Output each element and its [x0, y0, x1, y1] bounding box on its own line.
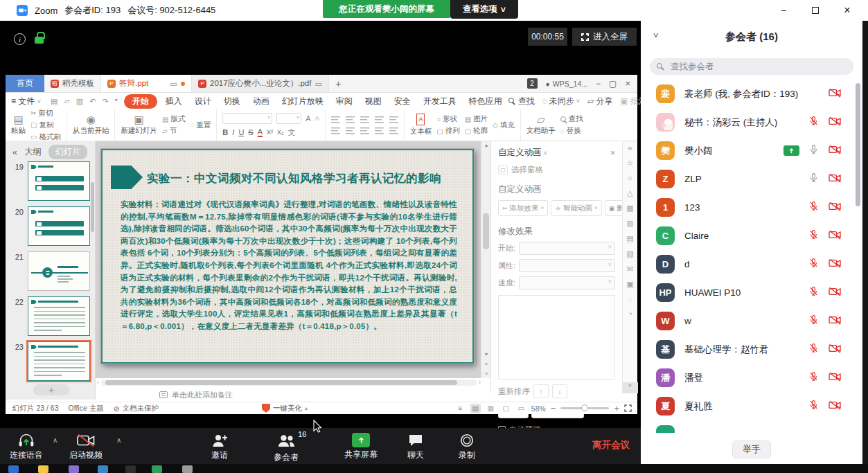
picture-button[interactable]: ▤图片 — [465, 114, 488, 124]
find-button[interactable]: 查找 — [560, 114, 583, 124]
sound-icon[interactable]: ◌ — [628, 295, 632, 303]
columns-button[interactable] — [389, 127, 398, 134]
participant-search-box[interactable] — [650, 58, 853, 75]
image-icon[interactable]: ▣ — [626, 280, 633, 289]
participant-row[interactable]: ZZLP — [641, 165, 862, 193]
textbox-button[interactable]: A文本框 — [410, 114, 432, 136]
menu-tab-开发工具[interactable]: 开发工具 — [417, 94, 463, 109]
participant-row[interactable]: 秘书：汤彩云 (主持人) — [641, 108, 862, 136]
participant-row[interactable]: 裴裴老师 (我, 参会者ID：193) — [641, 80, 862, 108]
scroll-down-icon[interactable]: ▾ — [481, 351, 491, 357]
canvas-vertical-scrollbar[interactable]: ▴ ▾ « » — [481, 141, 490, 378]
wps-account-badge[interactable]: ●WPS_14... — [546, 80, 588, 88]
bold-button[interactable]: B — [222, 128, 228, 136]
underline-button[interactable]: U — [238, 128, 244, 136]
menu-tab-开始[interactable]: 开始 — [124, 94, 157, 109]
mail-icon[interactable]: ✉ — [627, 265, 633, 274]
replace-button[interactable]: ◌替换 — [560, 126, 583, 136]
participant-row[interactable]: CClaire — [641, 222, 862, 250]
taskbar-app-7[interactable] — [182, 465, 193, 473]
italic-button[interactable]: I — [232, 128, 234, 136]
cut-button[interactable]: ✂剪切 — [30, 109, 61, 118]
paste-button[interactable]: ▤粘贴 — [11, 114, 26, 136]
increase-indent-button[interactable] — [375, 116, 384, 123]
document-count-badge[interactable]: 2 — [527, 78, 538, 89]
wps-minimize-icon[interactable]: − — [596, 79, 601, 89]
taskbar-app-1[interactable] — [8, 465, 19, 473]
chevron-down-icon[interactable]: ˅ — [544, 150, 547, 157]
selection-pane-icon[interactable]: ≡ — [628, 144, 632, 152]
zoom-slider-knob[interactable] — [581, 404, 588, 411]
fill-button[interactable]: ◇填充 — [493, 121, 515, 130]
zoom-slider[interactable] — [560, 407, 609, 409]
justify-button[interactable] — [375, 127, 384, 134]
menu-tab-动画[interactable]: 动画 — [247, 94, 276, 109]
export-icon[interactable]: ▧ — [626, 249, 633, 258]
close-panel-icon[interactable]: × — [610, 148, 615, 158]
sync-status-button[interactable]: ◌未同步˅ — [542, 96, 580, 107]
doc-assistant-button[interactable]: ▱文档助手 — [526, 114, 556, 136]
line-spacing-button[interactable] — [389, 116, 398, 123]
collapse-panel-chevron-icon[interactable]: ˅ — [653, 30, 659, 41]
video-options-chevron[interactable]: ∧ — [116, 436, 121, 444]
taskbar-app-2[interactable] — [38, 465, 48, 473]
bullet-list-button[interactable] — [331, 116, 340, 123]
menu-tab-特色应用[interactable]: 特色应用 — [463, 94, 508, 109]
slide-notes-bar[interactable]: 单击此处添加备注 — [96, 388, 484, 402]
align-right-button[interactable] — [360, 127, 369, 134]
participant-search-input[interactable] — [669, 61, 829, 72]
wps-close-icon[interactable]: × — [625, 78, 630, 89]
taskbar-app-6[interactable] — [152, 465, 162, 473]
align-left-button[interactable] — [331, 127, 340, 134]
slide-thumbnail-20[interactable]: 20 — [6, 206, 96, 246]
subscript-button[interactable]: X₂ — [277, 129, 284, 136]
canvas-horizontal-scrollbar[interactable]: ‹ › — [97, 378, 481, 386]
one-key-beautify-button[interactable]: 一键美化 ▴ — [262, 404, 308, 413]
play-from-current-button[interactable]: ◉从当前开始 — [73, 114, 109, 136]
smart-beautify-icon[interactable]: ☆ — [627, 159, 634, 168]
menu-tab-幻灯片放映[interactable]: 幻灯片放映 — [276, 94, 330, 109]
participant-row[interactable]: 潘潘登 — [641, 364, 862, 392]
raise-hand-button[interactable]: 举手 — [732, 440, 771, 458]
align-center-button[interactable] — [346, 127, 355, 134]
timer-icon[interactable]: ◔ — [628, 310, 632, 318]
share-screen-button[interactable]: 共享屏幕 — [344, 433, 378, 461]
participant-row[interactable]: 夏夏礼胜 — [641, 392, 862, 420]
slide-body-text[interactable]: 实验材料：词语通过对《现代汉语频率词典》进行整理,对词语的笔画数、情绪性以及读音… — [121, 199, 457, 333]
slide-thumbnail-19[interactable]: 19 — [6, 161, 96, 201]
wps-pdf-tab[interactable]: P 2017应心樊小...业论文）.pdf ▭ — [192, 75, 329, 92]
reset-button[interactable]: ◌重置 — [190, 121, 211, 130]
font-color-button[interactable]: A — [258, 127, 263, 137]
increase-font-button[interactable]: A — [305, 114, 310, 123]
outline-tab[interactable]: 大纲 — [24, 146, 42, 158]
audio-options-chevron[interactable]: ∧ — [53, 436, 57, 444]
collapse-panel-icon[interactable]: « — [12, 148, 17, 157]
outline-button[interactable]: ▢轮廓 — [465, 126, 488, 136]
strikethrough-button[interactable]: S — [248, 128, 253, 136]
decrease-font-button[interactable]: A — [315, 115, 319, 122]
taskbar-app-4[interactable] — [98, 465, 108, 473]
slide-thumbnail-21[interactable]: 21 — [6, 251, 96, 291]
start-video-button[interactable]: 启动视频 — [69, 433, 103, 461]
menu-tab-审阅[interactable]: 审阅 — [330, 94, 359, 109]
enter-fullscreen-button[interactable]: 进入全屏 — [572, 28, 637, 46]
shapes-button[interactable]: ○形状 — [436, 114, 459, 124]
participant-row[interactable]: Ww — [641, 307, 862, 335]
current-slide[interactable]: 实验一：中文词频对不同认知风格学习者再认记忆的影响 实验材料：词语通过对《现代汉… — [101, 149, 474, 364]
numbered-list-button[interactable] — [346, 116, 355, 123]
char-spacing-button[interactable]: 文 — [288, 127, 296, 138]
more-icon[interactable]: ▾ — [115, 97, 118, 106]
previous-slide-icon[interactable]: « — [481, 361, 491, 367]
output-icon[interactable]: ▱ — [64, 97, 69, 106]
menu-tab-视图[interactable]: 视图 — [359, 94, 388, 109]
participant-row[interactable]: 1123 — [641, 193, 862, 222]
save-icon[interactable]: ▤ — [51, 97, 57, 106]
strip-collapse-button[interactable]: ˅ — [623, 382, 638, 393]
share-button[interactable]: ▱分享 — [587, 96, 612, 107]
arrange-button[interactable]: ▢排列 — [436, 126, 459, 136]
normal-view-icon[interactable]: ▤ — [470, 404, 481, 413]
superscript-button[interactable]: X² — [267, 129, 273, 136]
close-button[interactable]: × — [835, 0, 859, 21]
chat-button[interactable]: 聊天 — [407, 433, 424, 461]
wps-ppt-tab[interactable]: P 答辩.ppt ▭ — [101, 75, 192, 92]
